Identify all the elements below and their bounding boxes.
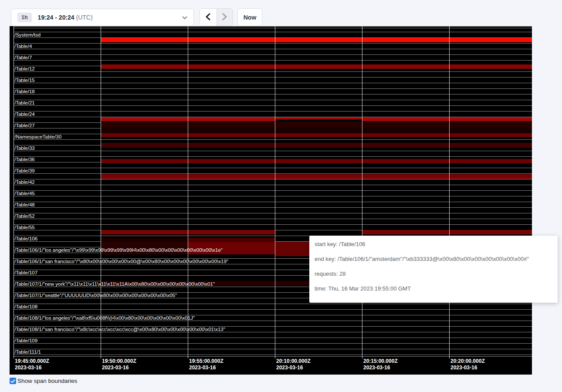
span-boundary-line (14, 332, 532, 332)
key-span-label: /Table/109 (14, 338, 37, 343)
span-boundary-line (14, 179, 532, 179)
span-boundary-line (14, 100, 532, 100)
key-span-label: /Table/24 (14, 112, 35, 117)
time-axis-label-date: 2023-03-16 (450, 365, 485, 371)
time-axis-label-date: 2023-03-16 (15, 365, 49, 371)
key-span-label: /Table/18 (14, 89, 35, 94)
time-axis-label-date: 2023-03-16 (189, 365, 223, 371)
key-span-label: /Table/111/1 (14, 349, 41, 355)
time-axis-label: 20:15:00.000Z2023-03-16 (363, 358, 398, 371)
time-axis-tick (188, 355, 188, 358)
span-boundary-line (14, 88, 532, 89)
key-span-label: /Table/108/1/"san francisco"/"\x8c\xcc\x… (14, 327, 225, 332)
time-range-dropdown[interactable]: 1h 19:24 - 20:24 (UTC) (11, 9, 194, 26)
span-boundary-line (14, 168, 532, 168)
key-span-label: /Table/106 (14, 236, 37, 241)
hot-span-band (362, 117, 532, 121)
hot-span-band (101, 143, 532, 148)
tooltip-time: time: Thu, 16 Mar 2023 19:55:00 GMT (315, 285, 552, 292)
time-window-badge: 1h (17, 13, 32, 22)
hot-span-band (101, 38, 532, 42)
time-axis-tick (14, 355, 14, 358)
time-axis-tick (101, 355, 101, 358)
time-nav-group (200, 8, 233, 26)
span-boundary-line (14, 151, 532, 151)
time-axis-label-date: 2023-03-16 (276, 365, 311, 371)
key-span-label: /Table/21 (14, 100, 35, 105)
key-span-label: /Table/108 (14, 304, 37, 309)
span-boundary-line (14, 213, 532, 213)
key-span-label: /Table/45 (14, 191, 35, 196)
span-boundary-line (14, 185, 532, 185)
time-boundary-line (449, 26, 450, 355)
next-time-button-disabled[interactable] (217, 9, 233, 26)
span-boundary-line (14, 355, 532, 355)
heatmap-canvas[interactable]: /System/tsd/Table/4/Table/7/Table/12/Tab… (10, 26, 532, 375)
key-span-label: /Table/39 (14, 168, 35, 173)
chevron-left-icon (205, 13, 211, 22)
span-boundary-line (14, 28, 532, 28)
time-axis-label-time: 19:55:00.000Z (189, 358, 223, 365)
time-range-text: 19:24 - 20:24 (UTC) (38, 14, 93, 21)
previous-time-button[interactable] (200, 9, 217, 26)
span-boundary-line (14, 71, 532, 72)
hot-span-band (101, 174, 532, 179)
key-span-label: /Table/107/1/"new york"/"\x11\x11\x11\x1… (14, 281, 215, 287)
span-boundary-line (14, 173, 532, 174)
span-boundary-line (14, 219, 532, 219)
span-boundary-line (14, 304, 532, 304)
span-boundary-line (14, 49, 532, 49)
span-boundary-line (14, 94, 532, 95)
span-boundary-line (14, 196, 532, 196)
hot-span-band (101, 128, 532, 133)
span-boundary-line (14, 32, 532, 32)
key-span-label: /Table/12 (14, 66, 35, 71)
tooltip-requests: requests: 28 (315, 270, 552, 277)
span-boundary-line (14, 54, 532, 55)
key-span-label: /Table/36 (14, 157, 35, 162)
span-boundary-line (14, 349, 532, 349)
hot-span-band (362, 230, 532, 234)
time-boundary-line (101, 26, 101, 355)
checkmark-icon (10, 377, 15, 385)
key-span-label: /Table/4 (14, 44, 32, 49)
hot-span-band (101, 122, 532, 128)
key-span-label: /Table/107/1/"seattle"/"UUUUUUD\x00\x80\… (14, 293, 177, 298)
time-boundary-line (14, 26, 14, 355)
hot-span-band (275, 117, 362, 119)
key-span-label: /Table/27 (14, 123, 35, 128)
key-span-label: /Table/108/1/"los angeles"/"\xa8\xf5\u00… (14, 315, 195, 321)
key-span-label: /Table/52 (14, 213, 35, 219)
time-axis-label: 20:10:00.000Z2023-03-16 (276, 358, 311, 371)
span-boundary-line (14, 43, 532, 44)
span-boundary-line (14, 207, 532, 208)
time-axis-label-time: 19:45:00.000Z (15, 358, 49, 365)
key-span-label: /Table/7 (14, 55, 32, 60)
time-axis-tick (362, 355, 362, 358)
time-range-timezone: (UTC) (76, 14, 93, 21)
key-span-label: /Table/48 (14, 202, 35, 207)
show-span-boundaries-checkbox[interactable] (10, 378, 16, 384)
hot-span-band (188, 238, 275, 242)
key-span-label: /Table/106/1/"los angeles"/"\x99\x99\x99… (14, 247, 223, 253)
time-axis-label-time: 20:20:00.000Z (450, 358, 485, 365)
key-span-label: /Table/42 (14, 179, 35, 185)
time-axis-label: 20:20:00.000Z2023-03-16 (450, 358, 485, 371)
span-boundary-line (14, 202, 532, 202)
toolbar: 1h 19:24 - 20:24 (UTC) Now (0, 0, 562, 26)
time-axis-tick (275, 355, 275, 358)
time-axis-label-time: 20:15:00.000Z (363, 358, 398, 365)
hover-tooltip: start key: /Table/106 end key: /Table/10… (309, 236, 558, 303)
span-boundary-line (14, 321, 532, 321)
now-button[interactable]: Now (237, 8, 262, 26)
time-axis-label-date: 2023-03-16 (102, 365, 136, 371)
key-span-label: /Table/15 (14, 78, 35, 83)
span-boundary-line (14, 77, 532, 78)
time-boundary-line (188, 26, 188, 355)
span-boundary-line (14, 156, 532, 157)
key-span-label: /Table/55 (14, 225, 35, 230)
footer-controls: Show span boundaries (10, 378, 77, 384)
span-boundary-line (14, 190, 532, 191)
time-range-value: 19:24 - 20:24 (38, 14, 74, 21)
hot-span-band (101, 159, 532, 163)
